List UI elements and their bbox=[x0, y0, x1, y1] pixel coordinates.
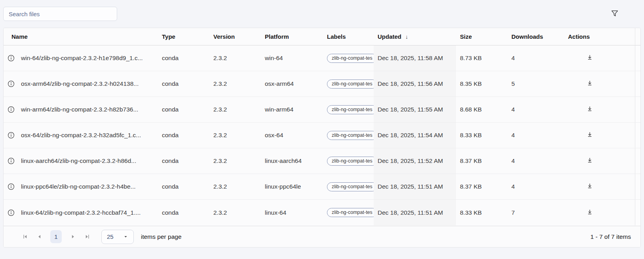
labels-cell: zlib-ng-compat-tes bbox=[323, 45, 374, 71]
download-icon[interactable] bbox=[587, 209, 593, 215]
table-row: win-64/zlib-ng-compat-2.3.2-h1e798d9_1.c… bbox=[4, 45, 640, 71]
updated-cell: Dec 18, 2025, 11:55 AM bbox=[374, 97, 456, 123]
scrollbar-gutter bbox=[635, 71, 640, 97]
scrollbar-gutter bbox=[635, 45, 640, 71]
search-input[interactable] bbox=[3, 7, 117, 21]
column-header-updated[interactable]: Updated↓ bbox=[374, 28, 456, 45]
label-badge: zlib-ng-compat-tes bbox=[327, 79, 374, 89]
column-header-downloads[interactable]: Downloads bbox=[507, 28, 564, 45]
info-icon[interactable] bbox=[8, 157, 15, 164]
size-cell: 8.33 KB bbox=[456, 123, 507, 148]
labels-cell: zlib-ng-compat-tes bbox=[323, 174, 374, 200]
label-badge: zlib-ng-compat-tes bbox=[327, 208, 374, 217]
size-cell: 8.37 KB bbox=[456, 148, 507, 174]
platform-cell: linux-aarch64 bbox=[261, 148, 323, 174]
platform-cell: osx-64 bbox=[261, 123, 323, 148]
version-cell: 2.3.2 bbox=[209, 45, 261, 71]
label-badge: zlib-ng-compat-tes bbox=[327, 131, 374, 140]
column-header-actions: Actions bbox=[564, 28, 635, 45]
scrollbar-gutter bbox=[635, 200, 640, 225]
items-per-page-label: items per page bbox=[141, 233, 182, 240]
type-cell: conda bbox=[158, 45, 209, 71]
current-page-button[interactable]: 1 bbox=[50, 230, 62, 243]
sort-descending-icon: ↓ bbox=[405, 34, 408, 40]
version-cell: 2.3.2 bbox=[209, 123, 261, 148]
last-page-button[interactable] bbox=[84, 234, 90, 240]
actions-cell bbox=[564, 200, 635, 225]
page-size-select[interactable]: 25 bbox=[101, 230, 134, 244]
downloads-cell: 4 bbox=[507, 123, 564, 148]
labels-cell: zlib-ng-compat-tes bbox=[323, 97, 374, 123]
table-row: linux-aarch64/zlib-ng-compat-2.3.2-h86d.… bbox=[4, 148, 640, 174]
info-icon[interactable] bbox=[8, 209, 15, 216]
file-name: linux-64/zlib-ng-compat-2.3.2-hccbaf74_1… bbox=[21, 209, 141, 216]
label-badge: zlib-ng-compat-tes bbox=[327, 157, 374, 166]
updated-cell: Dec 18, 2025, 11:52 AM bbox=[374, 148, 456, 174]
actions-cell bbox=[564, 123, 635, 148]
previous-page-button[interactable] bbox=[36, 234, 42, 240]
table-row: linux-64/zlib-ng-compat-2.3.2-hccbaf74_1… bbox=[4, 200, 640, 225]
column-header-version[interactable]: Version bbox=[209, 28, 261, 45]
table-row: osx-arm64/zlib-ng-compat-2.3.2-h024138..… bbox=[4, 71, 640, 97]
files-table-card: Name Type Version Platform Labels Update… bbox=[3, 28, 641, 248]
chevron-down-icon bbox=[123, 234, 128, 239]
info-icon[interactable] bbox=[8, 183, 15, 190]
platform-cell: win-64 bbox=[261, 45, 323, 71]
downloads-cell: 4 bbox=[507, 174, 564, 200]
download-icon[interactable] bbox=[587, 54, 593, 60]
column-header-name[interactable]: Name bbox=[4, 28, 158, 45]
file-name: win-arm64/zlib-ng-compat-2.3.2-h82b736..… bbox=[21, 106, 138, 113]
file-name: linux-ppc64le/zlib-ng-compat-2.3.2-h4be.… bbox=[21, 183, 136, 190]
version-cell: 2.3.2 bbox=[209, 148, 261, 174]
first-page-button[interactable] bbox=[22, 234, 28, 240]
column-header-size[interactable]: Size bbox=[456, 28, 507, 45]
next-page-button[interactable] bbox=[70, 234, 76, 240]
file-name: osx-arm64/zlib-ng-compat-2.3.2-h024138..… bbox=[21, 80, 139, 87]
platform-cell: linux-ppc64le bbox=[261, 174, 323, 200]
actions-cell bbox=[564, 45, 635, 71]
download-icon[interactable] bbox=[587, 80, 593, 86]
size-cell: 8.73 KB bbox=[456, 45, 507, 71]
labels-cell: zlib-ng-compat-tes bbox=[323, 200, 374, 225]
column-header-platform[interactable]: Platform bbox=[261, 28, 323, 45]
info-icon[interactable] bbox=[8, 80, 15, 87]
type-cell: conda bbox=[158, 200, 209, 225]
scrollbar-gutter bbox=[635, 148, 640, 174]
downloads-cell: 4 bbox=[507, 97, 564, 123]
filter-icon[interactable] bbox=[610, 9, 619, 18]
column-header-labels[interactable]: Labels bbox=[323, 28, 374, 45]
version-cell: 2.3.2 bbox=[209, 97, 261, 123]
table-row: linux-ppc64le/zlib-ng-compat-2.3.2-h4be.… bbox=[4, 174, 640, 200]
updated-cell: Dec 18, 2025, 11:56 AM bbox=[374, 71, 456, 97]
actions-cell bbox=[564, 71, 635, 97]
actions-cell bbox=[564, 148, 635, 174]
type-cell: conda bbox=[158, 97, 209, 123]
download-icon[interactable] bbox=[587, 157, 593, 163]
downloads-cell: 5 bbox=[507, 71, 564, 97]
updated-cell: Dec 18, 2025, 11:54 AM bbox=[374, 123, 456, 148]
info-icon[interactable] bbox=[8, 106, 15, 113]
size-cell: 8.35 KB bbox=[456, 71, 507, 97]
download-icon[interactable] bbox=[587, 106, 593, 112]
updated-header-label: Updated bbox=[378, 33, 401, 40]
platform-cell: linux-64 bbox=[261, 200, 323, 225]
info-icon[interactable] bbox=[8, 55, 15, 62]
labels-cell: zlib-ng-compat-tes bbox=[323, 148, 374, 174]
version-cell: 2.3.2 bbox=[209, 71, 261, 97]
info-icon[interactable] bbox=[8, 132, 15, 139]
download-icon[interactable] bbox=[587, 183, 593, 189]
label-badge: zlib-ng-compat-tes bbox=[327, 105, 374, 114]
version-cell: 2.3.2 bbox=[209, 200, 261, 225]
downloads-cell: 7 bbox=[507, 200, 564, 225]
download-icon[interactable] bbox=[587, 131, 593, 138]
downloads-cell: 4 bbox=[507, 45, 564, 71]
table-row: osx-64/zlib-ng-compat-2.3.2-h32ad5fc_1.c… bbox=[4, 123, 640, 148]
pagination-range-label: 1 - 7 of 7 items bbox=[590, 233, 640, 240]
label-badge: zlib-ng-compat-tes bbox=[327, 54, 374, 63]
updated-cell: Dec 18, 2025, 11:51 AM bbox=[374, 200, 456, 225]
column-header-type[interactable]: Type bbox=[158, 28, 209, 45]
size-cell: 8.68 KB bbox=[456, 97, 507, 123]
size-cell: 8.37 KB bbox=[456, 174, 507, 200]
updated-cell: Dec 18, 2025, 11:51 AM bbox=[374, 174, 456, 200]
size-cell: 8.33 KB bbox=[456, 200, 507, 225]
